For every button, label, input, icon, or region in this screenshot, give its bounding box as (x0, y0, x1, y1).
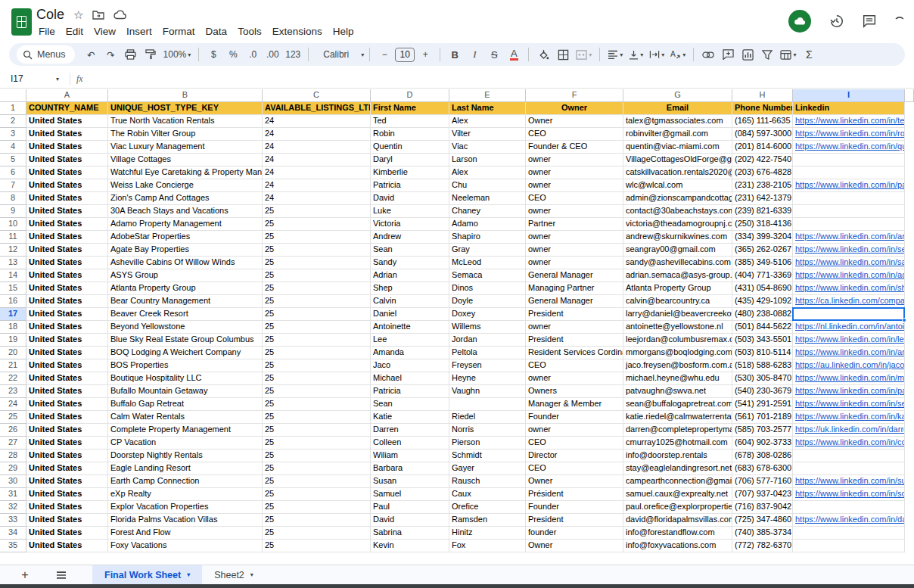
cell[interactable]: Fox (449, 540, 526, 552)
cell[interactable]: admin@zionscampandcottages.com (623, 192, 732, 205)
cell[interactable]: United States (26, 501, 108, 514)
cell[interactable]: https://ca.linkedin.com/company (793, 295, 905, 308)
cell[interactable]: (385) 349-5106 (732, 257, 793, 269)
cell[interactable]: True North Vacation Rentals (108, 115, 263, 128)
cell[interactable]: United States (26, 128, 108, 141)
menu-edit[interactable]: Edit (61, 23, 89, 39)
cell[interactable]: 25 (263, 372, 371, 385)
row-number-27[interactable]: 27 (0, 437, 26, 450)
cell[interactable]: 25 (263, 475, 371, 488)
format-percent-button[interactable]: % (224, 45, 242, 64)
cell[interactable] (793, 501, 905, 514)
cell[interactable]: United States (26, 231, 108, 244)
cell[interactable]: 25 (263, 347, 371, 359)
cell[interactable]: Quentin (371, 141, 449, 154)
cell[interactable]: United States (26, 347, 108, 359)
cell[interactable]: United States (26, 398, 108, 411)
row-number-3[interactable]: 3 (0, 128, 26, 141)
cell[interactable]: Alex (449, 115, 526, 128)
cell[interactable]: United States (26, 141, 108, 154)
cell[interactable]: (231) 238-2105 (732, 179, 793, 192)
column-header-H[interactable]: H (732, 89, 793, 102)
cell[interactable]: President (526, 308, 623, 321)
cell[interactable]: Samuel (371, 488, 449, 501)
cell[interactable]: 24 (263, 115, 371, 128)
row-number-5[interactable]: 5 (0, 154, 26, 166)
cell[interactable]: United States (26, 527, 108, 540)
row-number-24[interactable]: 24 (0, 398, 26, 411)
row-number-30[interactable]: 30 (0, 475, 26, 488)
cell[interactable]: https://www.linkedin.com/in/dav (793, 514, 905, 527)
cell[interactable]: United States (26, 462, 108, 475)
column-header-G[interactable]: G (623, 89, 732, 102)
cell[interactable]: Katie (371, 411, 449, 424)
name-box[interactable]: I17 ▾ (0, 73, 64, 84)
cell[interactable]: campearthconnection@gmail.com (623, 475, 732, 488)
row-number-35[interactable]: 35 (0, 540, 26, 552)
row-number-22[interactable]: 22 (0, 372, 26, 385)
cell[interactable]: The Robin Vilter Group (108, 128, 263, 141)
print-button[interactable] (122, 45, 140, 64)
cell[interactable]: owner (526, 205, 623, 218)
cell[interactable]: President (526, 334, 623, 347)
cell[interactable]: 24 (263, 154, 371, 166)
cell[interactable]: (503) 343-5501 (732, 334, 793, 347)
tab2-menu-caret-icon[interactable]: ▾ (250, 571, 253, 578)
cell[interactable]: Beyond Yellowstone (108, 321, 263, 334)
cell[interactable]: United States (26, 192, 108, 205)
cell[interactable]: Village Cottages (108, 154, 263, 166)
cell[interactable]: United States (26, 257, 108, 269)
cell[interactable]: Victoria (371, 218, 449, 231)
cell[interactable]: 25 (263, 424, 371, 437)
cell[interactable]: Adamo (449, 218, 526, 231)
cell[interactable]: samuel.caux@exprealty.net (623, 488, 732, 501)
cell[interactable]: Robin (371, 128, 449, 141)
cell[interactable]: (772) 782-6370 (732, 540, 793, 552)
cell[interactable]: United States (26, 385, 108, 398)
cell[interactable] (793, 218, 905, 231)
cell[interactable]: (250) 318-4136 (732, 218, 793, 231)
cell[interactable]: Shep (371, 282, 449, 295)
cell[interactable]: https://au.linkedin.com/in/jaco-f (793, 359, 905, 372)
cell[interactable]: Patricia (371, 179, 449, 192)
cell[interactable]: info@forestandflow.com (623, 527, 732, 540)
cell[interactable]: https://www.linkedin.com/in/am (793, 347, 905, 359)
cell[interactable]: AdobeStar Properties (108, 231, 263, 244)
cell[interactable]: David (371, 514, 449, 527)
cell[interactable] (793, 308, 905, 321)
header-cell[interactable]: Email (623, 102, 732, 115)
tab-menu-caret-icon[interactable]: ▾ (187, 571, 190, 578)
cell[interactable] (449, 398, 526, 411)
cell[interactable]: CEO (526, 359, 623, 372)
cell[interactable]: (365) 262-0267 (732, 244, 793, 257)
cell[interactable]: owner (526, 372, 623, 385)
cell[interactable]: quentin@viac-miami.com (623, 141, 732, 154)
menu-view[interactable]: View (89, 23, 121, 39)
cell[interactable]: ASYS Group (108, 269, 263, 282)
cell[interactable]: (585) 703-2577 (732, 424, 793, 437)
cell[interactable]: Adamo Property Management (108, 218, 263, 231)
cell[interactable]: Luke (371, 205, 449, 218)
cell[interactable]: Jordan (449, 334, 526, 347)
cell[interactable]: 25 (263, 295, 371, 308)
cell[interactable]: Doxey (449, 308, 526, 321)
cell[interactable]: Vaughn (449, 385, 526, 398)
cell[interactable]: (540) 230-3679 (732, 385, 793, 398)
cell[interactable]: (201) 814-6000 (732, 141, 793, 154)
cell[interactable]: Andrew (371, 231, 449, 244)
functions-button[interactable]: Σ (800, 45, 818, 64)
format-currency-button[interactable]: $ (204, 45, 222, 64)
cell[interactable]: Chu (449, 179, 526, 192)
cell[interactable]: eXp Realty (108, 488, 263, 501)
cell[interactable]: United States (26, 540, 108, 552)
cell[interactable]: https://www.linkedin.com/in/sea (793, 244, 905, 257)
cell[interactable]: adrian.semaca@asys-group.com (623, 269, 732, 282)
comments-icon[interactable] (861, 13, 878, 30)
cell[interactable]: Founder (526, 411, 623, 424)
cell[interactable]: Florida Palms Vacation Villas (108, 514, 263, 527)
row-number-12[interactable]: 12 (0, 244, 26, 257)
cell[interactable]: 24 (263, 128, 371, 141)
cell[interactable]: Earth Camp Connection (108, 475, 263, 488)
cell[interactable] (793, 540, 905, 552)
row-number-4[interactable]: 4 (0, 141, 26, 154)
